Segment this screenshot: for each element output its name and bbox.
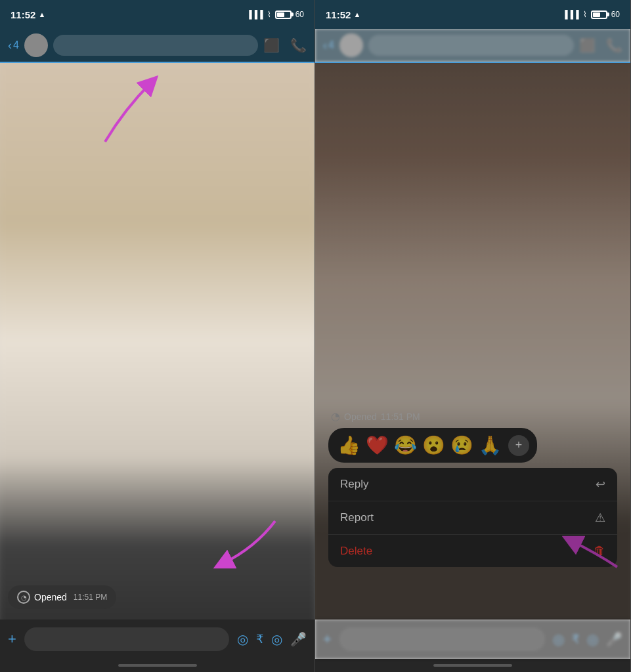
emoji-reaction-bar: 👍 ❤️ 😂 😮 😢 🙏 +	[328, 428, 537, 463]
report-label: Report	[340, 511, 374, 524]
location-arrow-icon: ▲	[38, 10, 45, 18]
context-menu-overlay: ◔ Opened 11:51 PM 👍 ❤️ 😂 😮 😢 🙏 + Reply ↩	[328, 410, 617, 567]
delete-label: Delete	[340, 545, 372, 558]
right-avatar	[339, 33, 363, 57]
right-time: 11:52 ▲	[326, 9, 360, 20]
reply-label: Reply	[340, 478, 368, 491]
message-input[interactable]	[24, 627, 229, 651]
right-plus-button: +	[323, 631, 332, 648]
right-message-input	[339, 627, 545, 651]
right-location-arrow-icon: ▲	[353, 10, 360, 18]
left-time: 11:52 ▲	[11, 9, 45, 20]
emoji-heart[interactable]: ❤️	[364, 433, 390, 457]
left-home-indicator	[0, 659, 315, 672]
home-bar	[118, 664, 197, 667]
right-opened-status: ◔ Opened 11:51 PM	[328, 410, 617, 423]
left-chat-area: ◔ Opened 11:51 PM	[0, 63, 315, 620]
right-nav-bar: ‹ 4 ⬛ 📞	[315, 29, 630, 62]
battery-label: 60	[295, 10, 304, 19]
annotation-arrow-bubble	[190, 508, 288, 574]
right-home-bar	[433, 664, 512, 667]
right-signal-icon: ▐▐▐	[562, 10, 579, 19]
right-nav-separator	[315, 62, 630, 63]
left-phone-panel: 11:52 ▲ ▐▐▐ ⌇ 60 ‹ 4 ⬛ 📞	[0, 0, 315, 672]
video-call-icon[interactable]: ⬛	[263, 37, 280, 53]
back-button[interactable]: ‹ 4	[8, 39, 19, 52]
left-status-icons: ▐▐▐ ⌇ 60	[246, 10, 304, 19]
right-back-button: ‹ 4	[323, 39, 334, 52]
annotation-arrow-report	[532, 521, 624, 574]
left-status-bar: 11:52 ▲ ▐▐▐ ⌇ 60	[0, 0, 315, 29]
right-nav-action-icons: ⬛ 📞	[579, 37, 622, 53]
emoji-wow[interactable]: 😮	[421, 433, 446, 457]
chat-content: ◔ Opened 11:51 PM	[0, 63, 315, 620]
right-phone-panel: 11:52 ▲ ▐▐▐ ⌇ 60 ‹ 4 ⬛ 📞	[315, 0, 631, 672]
reply-icon: ↩	[596, 477, 605, 492]
right-status-icons: ▐▐▐ ⌇ 60	[562, 10, 620, 19]
plus-button[interactable]: +	[8, 631, 16, 648]
contact-name-bar	[53, 35, 258, 56]
right-mic-button: 🎤	[606, 631, 622, 647]
sticker-button[interactable]: ◎	[237, 631, 248, 647]
right-battery-icon	[591, 10, 607, 19]
emoji-thumbsup[interactable]: 👍	[336, 433, 362, 457]
back-count: 4	[13, 39, 19, 51]
right-sticker-button: ◎	[553, 631, 564, 647]
camera-button[interactable]: ◎	[271, 631, 282, 647]
emoji-more-button[interactable]: +	[508, 435, 529, 456]
mic-button[interactable]: 🎤	[290, 631, 307, 647]
right-status-bar: 11:52 ▲ ▐▐▐ ⌇ 60	[315, 0, 630, 29]
left-input-bar: + ◎ ₹ ◎ 🎤	[0, 620, 315, 659]
nav-separator	[0, 62, 315, 63]
right-video-call-icon: ⬛	[579, 37, 596, 53]
reply-action[interactable]: Reply ↩	[328, 468, 617, 501]
phone-call-icon[interactable]: 📞	[290, 37, 307, 53]
right-opened-time: 11:51 PM	[381, 411, 420, 422]
right-contact-name-bar	[368, 35, 574, 56]
message-time: 11:51 PM	[74, 593, 107, 602]
emoji-pray[interactable]: 🙏	[477, 433, 503, 457]
right-home-indicator	[315, 659, 630, 672]
right-time-text: 11:52	[326, 9, 351, 20]
right-input-bar: + ◎ ₹ ◎ 🎤	[315, 620, 630, 659]
nav-action-icons: ⬛ 📞	[263, 37, 307, 53]
opened-label: Opened	[34, 592, 67, 602]
right-camera-button: ◎	[587, 631, 598, 647]
right-rupee-button: ₹	[572, 632, 579, 646]
emoji-laugh[interactable]: 😂	[393, 433, 418, 457]
right-battery-label: 60	[611, 10, 620, 19]
right-chat-area: ◔ Opened 11:51 PM 👍 ❤️ 😂 😮 😢 🙏 + Reply ↩	[315, 63, 630, 620]
left-time-text: 11:52	[11, 9, 35, 20]
emoji-cry[interactable]: 😢	[449, 433, 475, 457]
message-bubble: ◔ Opened 11:51 PM	[8, 585, 116, 609]
right-wifi-icon: ⌇	[583, 10, 587, 19]
left-nav-bar: ‹ 4 ⬛ 📞	[0, 29, 315, 62]
avatar	[24, 33, 48, 57]
opened-icon: ◔	[17, 591, 30, 604]
battery-icon	[275, 10, 292, 19]
right-phone-call-icon: 📞	[606, 37, 622, 53]
signal-icon: ▐▐▐	[246, 10, 263, 19]
wifi-icon: ⌇	[267, 10, 271, 19]
rupee-button[interactable]: ₹	[256, 632, 263, 646]
right-opened-label: Opened	[344, 411, 377, 422]
